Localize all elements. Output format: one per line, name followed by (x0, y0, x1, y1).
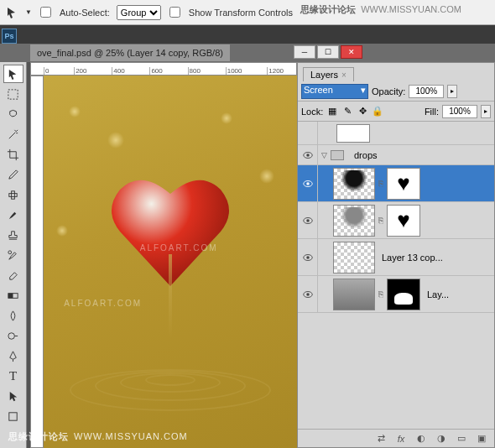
layers-panel: Layers× Screen ▾ Opacity: 100% ▸ Lock: ▦… (297, 62, 495, 448)
healing-tool[interactable] (3, 185, 23, 204)
marquee-tool[interactable] (3, 85, 23, 103)
layer-thumbnail[interactable] (333, 168, 375, 200)
svg-point-9 (306, 154, 310, 157)
svg-point-13 (306, 219, 310, 222)
blend-mode-select[interactable]: Screen ▾ (301, 84, 368, 99)
auto-select-checkbox[interactable] (40, 7, 51, 18)
path-select-tool[interactable] (3, 387, 23, 405)
opacity-label: Opacity: (372, 86, 405, 96)
svg-point-17 (306, 293, 310, 296)
layer-row[interactable] (298, 122, 494, 145)
mask-icon[interactable]: ◐ (415, 433, 427, 445)
link-icon: ⎘ (378, 289, 383, 299)
layer-group-row[interactable]: ▽ drops (298, 145, 494, 165)
layer-thumbnail[interactable] (333, 205, 375, 237)
document-tab-bar: ove_final.psd @ 25% (Layer 14 copy, RGB/… (0, 44, 495, 62)
window-close[interactable]: ✕ (341, 45, 362, 59)
fx-icon[interactable]: fx (395, 433, 407, 445)
show-transform-checkbox[interactable] (169, 7, 180, 18)
stamp-tool[interactable] (3, 226, 23, 244)
lasso-tool[interactable] (3, 105, 23, 123)
document-tab[interactable]: ove_final.psd @ 25% (Layer 14 copy, RGB/… (30, 44, 230, 61)
svg-rect-1 (9, 193, 17, 196)
app-icon-row: Ps (0, 25, 495, 44)
eyedropper-tool[interactable] (3, 165, 23, 184)
lock-transparent-icon[interactable]: ▦ (326, 106, 338, 117)
svg-point-15 (306, 256, 310, 259)
layer-mask-thumbnail[interactable]: ♥ (387, 205, 420, 237)
visibility-toggle[interactable] (298, 276, 318, 312)
eraser-tool[interactable] (3, 266, 23, 284)
svg-rect-0 (8, 89, 18, 98)
canvas-watermark-1: ALFOART.COM (140, 243, 218, 253)
svg-rect-2 (12, 190, 15, 198)
layer-name[interactable]: drops (349, 150, 383, 160)
svg-rect-7 (9, 412, 17, 419)
layer-thumbnail[interactable] (333, 279, 375, 310)
fill-label: Fill: (425, 107, 439, 117)
brush-tool[interactable] (3, 206, 23, 224)
type-tool[interactable]: T (3, 367, 23, 385)
window-maximize[interactable]: ☐ (317, 45, 339, 59)
layer-row[interactable]: Layer 13 cop... (298, 239, 494, 276)
link-icon: ⎘ (378, 216, 383, 225)
history-brush-tool[interactable] (3, 246, 23, 264)
layer-name[interactable]: Layer 13 cop... (377, 253, 448, 263)
crop-tool[interactable] (3, 145, 23, 164)
visibility-toggle[interactable] (298, 202, 318, 238)
opacity-flyout[interactable]: ▸ (447, 85, 457, 98)
lock-position-icon[interactable]: ✥ (357, 106, 368, 117)
layer-mask-thumbnail[interactable] (387, 279, 420, 310)
lock-all-icon[interactable]: 🔒 (372, 106, 383, 117)
auto-select-label: Auto-Select: (60, 8, 110, 18)
svg-point-3 (8, 250, 12, 253)
ps-icon[interactable]: Ps (2, 29, 17, 44)
layer-row[interactable]: ⎘ ♥ (298, 202, 494, 239)
opacity-value[interactable]: 100% (409, 85, 444, 98)
toolbox: T (0, 62, 27, 448)
ruler-horizontal[interactable]: 0 200 400 600 800 1000 1200 (30, 62, 297, 76)
fill-flyout[interactable]: ▸ (481, 105, 491, 118)
watermark-top: 思缘设计论坛WWW.MISSYUAN.COM (300, 3, 461, 16)
pen-tool[interactable] (3, 346, 23, 365)
layer-mask-thumbnail[interactable]: ♥ (387, 168, 420, 200)
svg-point-6 (8, 332, 15, 339)
link-icon: ⎘ (378, 179, 383, 188)
layer-row-selected[interactable]: ⎘ ♥ (298, 165, 494, 202)
visibility-toggle[interactable] (298, 145, 318, 164)
svg-point-11 (306, 182, 310, 185)
wand-tool[interactable] (3, 125, 23, 143)
lock-pixels-icon[interactable]: ✎ (341, 106, 353, 117)
move-tool-preset-icon[interactable] (5, 6, 18, 19)
layers-list[interactable]: ▽ drops ⎘ ♥ ⎘ ♥ Layer 13 cop... (298, 122, 494, 429)
canvas-watermark-2: ALFOART.COM (64, 299, 142, 308)
folder-icon (331, 150, 344, 160)
auto-select-target[interactable]: Group (117, 5, 161, 20)
group-disclosure-icon[interactable]: ▽ (321, 151, 327, 159)
link-layers-icon[interactable]: ⇄ (375, 433, 387, 445)
close-icon[interactable]: × (341, 70, 346, 80)
layer-row[interactable]: ⎘ Lay... (298, 276, 494, 313)
watermark-bottom: 思缘设计论坛WWW.MISSYUAN.COM (8, 430, 188, 443)
gradient-tool[interactable] (3, 286, 23, 305)
layer-name[interactable]: Lay... (422, 289, 454, 300)
preset-dropdown-icon[interactable]: ▼ (25, 8, 32, 16)
ruler-vertical[interactable] (30, 76, 44, 448)
move-tool[interactable] (3, 65, 23, 83)
layers-tab[interactable]: Layers× (303, 67, 354, 81)
svg-rect-5 (8, 293, 13, 298)
visibility-toggle[interactable] (298, 239, 318, 275)
show-transform-label: Show Transform Controls (189, 8, 293, 18)
lock-label: Lock: (301, 107, 323, 117)
canvas[interactable]: ALFOART.COM ALFOART.COM (44, 76, 297, 448)
new-layer-icon[interactable]: ▣ (476, 433, 487, 445)
window-minimize[interactable]: ─ (294, 45, 315, 59)
shape-tool[interactable] (3, 407, 23, 425)
adjustment-icon[interactable]: ◑ (435, 433, 447, 445)
fill-value[interactable]: 100% (442, 105, 477, 118)
dodge-tool[interactable] (3, 326, 23, 345)
group-icon[interactable]: ▭ (456, 433, 467, 445)
visibility-toggle[interactable] (298, 165, 318, 201)
blur-tool[interactable] (3, 306, 23, 325)
layer-thumbnail[interactable] (333, 242, 375, 273)
